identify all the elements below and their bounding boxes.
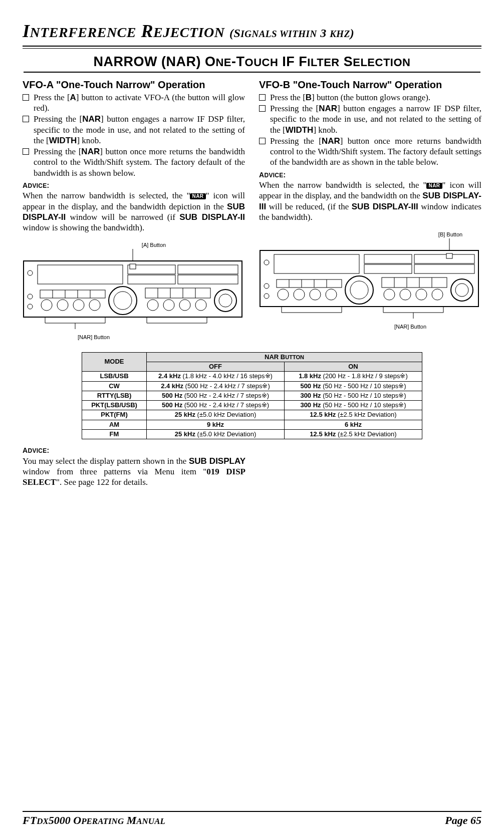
svg-rect-6 [178, 275, 238, 284]
vfo-b-heading: VFO-B "One-Touch Narrow" Operation [259, 79, 481, 91]
table-row: RTTY(LSB)500 Hz (500 Hz - 2.4 kHz / 7 st… [82, 391, 422, 400]
list-item: Press the [A] button to activate VFO-A (… [23, 92, 245, 114]
svg-point-43 [278, 289, 289, 300]
svg-rect-39 [414, 254, 474, 263]
advice-section-bottom: ADVICE: You may select the display patte… [23, 446, 245, 487]
svg-point-52 [384, 289, 395, 300]
square-bullet-icon [23, 94, 29, 101]
table-row: PKT(FM)25 kHz (±5.0 kHz Deviation)12.5 k… [82, 410, 422, 420]
svg-rect-38 [364, 264, 412, 273]
vfo-a-heading: VFO-A "One-Touch Narrow" Operation [23, 79, 245, 91]
svg-point-44 [294, 289, 305, 300]
nar-button-label: [NAR] Button [0, 334, 245, 341]
svg-rect-36 [274, 254, 359, 273]
svg-point-19 [163, 300, 174, 311]
svg-point-64 [264, 284, 269, 289]
table-row: LSB/USB2.4 kHz (1.8 kHz - 4.0 kHz / 16 s… [82, 372, 422, 381]
vfo-a-section: VFO-A "One-Touch Narrow" Operation Press… [23, 79, 245, 341]
list-item: Press the [B] button (the button glows o… [259, 92, 481, 103]
svg-point-45 [310, 289, 321, 300]
square-bullet-icon [259, 94, 266, 101]
svg-point-42 [350, 281, 368, 299]
table-row: PKT(LSB/USB)500 Hz (500 Hz - 2.4 kHz / 7… [82, 401, 422, 410]
svg-rect-5 [178, 265, 238, 274]
square-bullet-icon [23, 148, 29, 155]
advice-label: ADVICE: [23, 446, 245, 455]
b-button-label: [B] Button [419, 231, 481, 238]
title-rule [23, 48, 481, 49]
page-title: INTERFERENCE REJECTION (SIGNALS WITHIN 3… [23, 20, 481, 43]
svg-point-46 [326, 289, 337, 300]
svg-point-18 [147, 300, 158, 311]
svg-rect-4 [128, 275, 175, 284]
square-bullet-icon [23, 116, 29, 122]
svg-point-8 [114, 292, 132, 310]
svg-rect-67 [446, 253, 452, 258]
table-row: CW2.4 kHz (500 Hz - 2.4 kHz / 7 steps※)5… [82, 381, 422, 391]
nar-badge-icon: NAR [426, 183, 442, 189]
svg-point-53 [400, 289, 411, 300]
svg-point-12 [89, 300, 100, 311]
svg-point-11 [73, 300, 84, 311]
svg-point-65 [264, 294, 269, 299]
vfo-b-diagram: [B] Button [259, 231, 481, 331]
advice-text: When the narrow bandwidth is selected, t… [259, 180, 481, 222]
svg-rect-37 [364, 254, 412, 263]
svg-point-21 [195, 300, 206, 311]
svg-point-23 [219, 294, 232, 307]
svg-point-29 [28, 270, 33, 275]
svg-point-10 [57, 300, 68, 311]
svg-rect-58 [382, 277, 447, 288]
radio-front-panel-icon [23, 249, 243, 334]
title-rule [23, 46, 481, 47]
vfo-b-section: VFO-B "One-Touch Narrow" Operation Press… [259, 79, 481, 341]
nar-header: NAR BUTTON [147, 352, 422, 362]
square-bullet-icon [259, 138, 266, 144]
list-item: Pressing the [NAR] button engages a narr… [259, 103, 481, 135]
on-header: ON [285, 362, 422, 372]
svg-point-54 [416, 289, 427, 300]
advice-label: ADVICE: [23, 181, 245, 190]
svg-point-63 [264, 260, 269, 265]
svg-rect-33 [130, 264, 136, 269]
square-bullet-icon [259, 105, 266, 112]
svg-rect-13 [40, 290, 105, 298]
svg-point-20 [179, 300, 190, 311]
section-heading: NARROW (NAR) ONE-TOUCH IF FILTER SELECTI… [24, 54, 480, 73]
svg-point-57 [455, 284, 468, 297]
vfo-a-diagram: [A] Button [23, 242, 245, 341]
mode-header: MODE [82, 352, 147, 372]
svg-rect-47 [277, 279, 342, 288]
table-row: FM25 kHz (±5.0 kHz Deviation)12.5 kHz (±… [82, 429, 422, 439]
advice-text: You may select the display pattern shown… [23, 456, 245, 488]
manual-title: FTDX5000 OPERATING MANUAL [23, 813, 165, 827]
page-footer: FTDX5000 OPERATING MANUAL Page 65 [23, 811, 481, 827]
nar-button-label: [NAR] Button [339, 324, 481, 331]
svg-rect-24 [145, 288, 210, 298]
mode-table: MODE NAR BUTTON OFF ON LSB/USB2.4 kHz (1… [82, 352, 422, 439]
advice-label: ADVICE: [259, 171, 481, 180]
svg-point-9 [41, 300, 52, 311]
svg-rect-2 [38, 265, 123, 284]
svg-point-55 [432, 289, 443, 300]
list-item: Pressing the [NAR] button once more retu… [259, 136, 481, 168]
nar-badge-icon: NAR [190, 193, 205, 199]
list-item: Pressing the [NAR] button once more retu… [23, 146, 245, 178]
list-item: Pressing the [NAR] button engages a narr… [23, 114, 245, 146]
svg-rect-40 [414, 264, 474, 273]
advice-text: When the narrow bandwidth is selected, t… [23, 190, 245, 233]
a-button-label: [A] Button [63, 242, 245, 249]
off-header: OFF [147, 362, 285, 372]
page-number: Page 65 [445, 813, 481, 827]
svg-point-30 [28, 294, 33, 299]
svg-point-31 [28, 304, 33, 309]
radio-front-panel-icon [259, 238, 479, 324]
table-row: AM9 kHz6 kHz [82, 420, 422, 429]
